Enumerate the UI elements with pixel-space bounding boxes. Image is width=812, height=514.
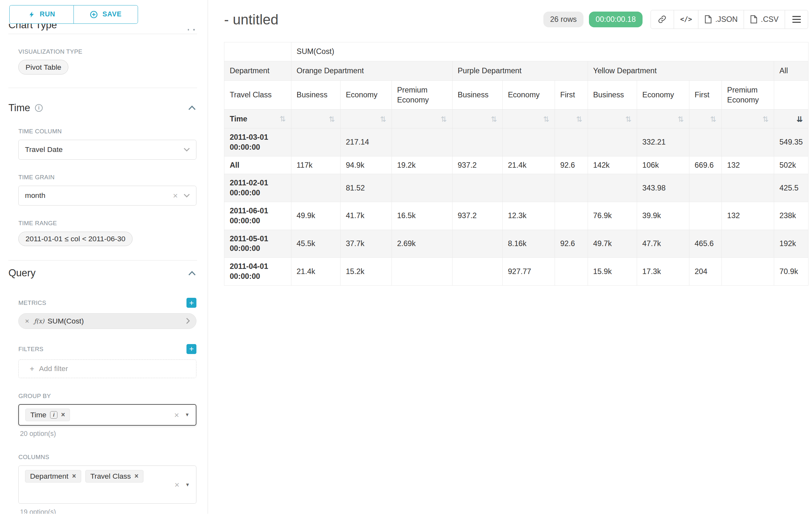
pivot-col-header: Premium Economy [392, 81, 452, 110]
pivot-value-cell: 37.7k [341, 230, 392, 258]
select-tag[interactable]: Travel Class× [85, 470, 144, 483]
table-row: 2011-06-01 00:00:0049.9k41.7k16.5k937.21… [224, 202, 808, 230]
sort-icon[interactable]: ⇅ [329, 115, 335, 124]
filters-label: FILTERS [18, 346, 43, 353]
table-row: All117k94.9k19.2k937.221.4k92.6142k106k6… [224, 156, 808, 174]
pivot-value-cell: 70.9k [774, 258, 808, 286]
pivot-value-cell: 94.9k [341, 156, 392, 174]
pivot-col-header: Economy [502, 81, 555, 110]
pivot-col-header: Premium Economy [722, 81, 774, 110]
pivot-col-group-header: All [774, 61, 808, 81]
pivot-sort-cell: ⇅ [341, 110, 392, 129]
view-query-button[interactable]: </> [674, 10, 699, 29]
time-column-select[interactable]: Travel Date [18, 140, 196, 160]
pivot-sort-cell: ⇅ [555, 110, 588, 129]
time-range-value-pill[interactable]: 2011-01-01 ≤ col < 2011-06-30 [18, 232, 133, 246]
menu-button[interactable] [785, 10, 809, 29]
group-by-tags: Timei× [25, 409, 174, 421]
add-filter-button[interactable]: + Add filter [18, 359, 196, 378]
metric-name: SUM(Cost) [48, 317, 84, 325]
pivot-value-cell: 117k [291, 156, 340, 174]
remove-metric-icon[interactable]: × [25, 317, 29, 325]
remove-tag-icon[interactable]: × [61, 411, 65, 419]
chevron-dot [193, 29, 195, 30]
share-link-button[interactable] [650, 10, 674, 29]
sort-icon[interactable]: ⇅ [762, 115, 769, 124]
pivot-value-cell [291, 174, 340, 202]
time-range-label: TIME RANGE [18, 220, 196, 227]
save-button[interactable]: SAVE [74, 5, 138, 23]
sort-icon-active-desc[interactable]: ⇊ [796, 115, 803, 124]
pivot-value-cell: 106k [637, 156, 689, 174]
sort-icon[interactable]: ⇅ [677, 115, 684, 124]
pivot-value-cell: 132 [722, 202, 774, 230]
add-filter-plus-button[interactable]: + [186, 344, 196, 354]
time-column-label: TIME COLUMN [18, 128, 196, 135]
time-grain-select[interactable]: month × [18, 186, 196, 206]
sort-icon[interactable]: ⇅ [576, 115, 582, 124]
pivot-value-cell: 2.69k [392, 230, 452, 258]
group-by-select[interactable]: Timei× × ▼ [18, 404, 196, 426]
sort-icon[interactable]: ⇅ [491, 115, 497, 124]
remove-tag-icon[interactable]: × [72, 472, 76, 480]
pivot-value-cell [689, 202, 722, 230]
pivot-value-cell [722, 128, 774, 156]
export-csv-label: .CSV [761, 15, 779, 24]
table-row: 2011-04-01 00:00:0021.4k15.2k927.7715.9k… [224, 258, 808, 286]
sort-icon[interactable]: ⇅ [380, 115, 386, 124]
query-timer-badge: 00:00:00.18 [589, 11, 643, 27]
clear-icon[interactable]: × [173, 191, 178, 200]
add-metric-button[interactable]: + [186, 298, 196, 308]
pivot-value-cell [452, 258, 502, 286]
query-section-header: Query [0, 261, 208, 279]
pivot-value-cell [291, 128, 340, 156]
sort-icon[interactable]: ⇅ [710, 115, 716, 124]
pivot-value-cell: 47.7k [637, 230, 689, 258]
pivot-value-cell: 16.5k [392, 202, 452, 230]
chart-panel: - untitled 26 rows 00:00:00.18 </> [208, 0, 812, 514]
visualization-type-control: VISUALIZATION TYPE Pivot Table [18, 48, 196, 75]
columns-select[interactable]: Department×Travel Class× × ▼ [18, 465, 196, 504]
chevron-up-icon[interactable] [188, 271, 196, 276]
lightning-icon [28, 10, 35, 19]
file-icon [705, 15, 712, 23]
chart-header: - untitled 26 rows 00:00:00.18 </> [224, 7, 808, 31]
export-json-label: .JSON [716, 15, 738, 24]
pivot-value-cell [555, 174, 588, 202]
control-panel-scroll-area[interactable]: Chart Type VISUALIZATION TYPE Pivot Tabl… [0, 24, 208, 514]
pivot-value-cell: 45.5k [291, 230, 340, 258]
pivot-col-header: Economy [637, 81, 689, 110]
pivot-header-row: SUM(Cost) [224, 42, 808, 61]
pivot-col-header: Business [291, 81, 340, 110]
sort-icon[interactable]: ⇅ [625, 115, 631, 124]
export-json-button[interactable]: .JSON [698, 10, 744, 29]
run-button[interactable]: RUN [9, 5, 74, 23]
pivot-value-cell: 12.3k [502, 202, 555, 230]
pivot-col-dimension-label: Department [224, 61, 291, 81]
sort-icon[interactable]: ⇅ [543, 115, 549, 124]
section-divider [8, 34, 197, 34]
pivot-value-cell: 39.9k [637, 202, 689, 230]
pivot-sort-row: Time⇅⇅⇅⇅⇅⇅⇅⇅⇅⇅⇅⇊ [224, 110, 808, 129]
select-tag[interactable]: Department× [25, 470, 81, 483]
metric-item[interactable]: × ƒ(x) SUM(Cost) [18, 313, 196, 329]
pivot-col-header: First [689, 81, 722, 110]
pivot-col-group-header: Purple Department [452, 61, 588, 81]
select-tag[interactable]: Timei× [25, 409, 70, 421]
export-csv-button[interactable]: .CSV [744, 10, 785, 29]
visualization-type-value-pill[interactable]: Pivot Table [18, 60, 68, 74]
remove-tag-icon[interactable]: × [135, 472, 138, 480]
clear-icon[interactable]: × [174, 411, 179, 419]
chevron-up-icon[interactable] [188, 105, 196, 110]
sort-icon[interactable]: ⇅ [441, 115, 447, 124]
pivot-value-cell [689, 128, 722, 156]
collapse-chevron-clipped[interactable] [188, 29, 195, 30]
tag-label: Travel Class [90, 472, 130, 481]
pivot-value-cell: 81.52 [341, 174, 392, 202]
pivot-col-group-header: Orange Department [291, 61, 452, 81]
pivot-value-cell: 343.98 [637, 174, 689, 202]
fx-icon: ƒ(x) [34, 318, 44, 324]
sort-icon[interactable]: ⇅ [280, 115, 286, 123]
clear-icon[interactable]: × [175, 481, 179, 489]
chart-title[interactable]: - untitled [224, 11, 278, 28]
